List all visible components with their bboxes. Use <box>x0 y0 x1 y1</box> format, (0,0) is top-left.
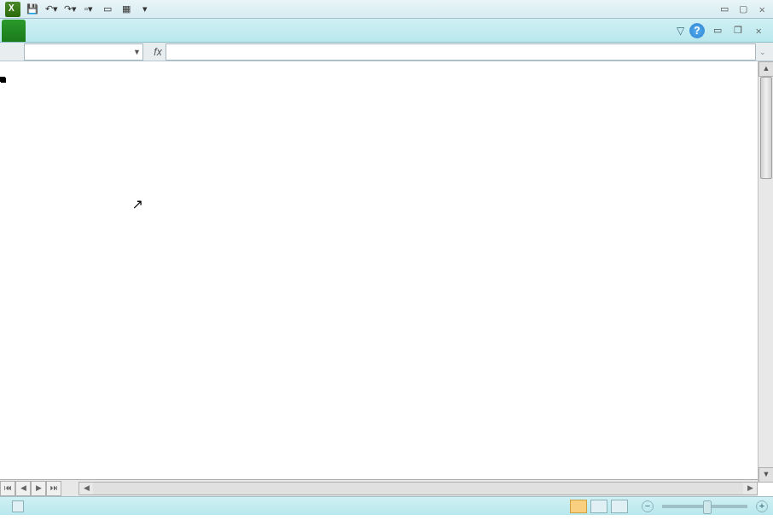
hscroll-left-icon[interactable]: ◀ <box>79 483 93 494</box>
undo-icon[interactable]: ↶▾ <box>44 3 58 16</box>
tab-page-layout[interactable] <box>80 20 108 42</box>
status-bar: − + <box>0 496 773 515</box>
formula-bar: ▼ fx ⌄ <box>0 43 773 61</box>
zoom-out-icon[interactable]: − <box>642 500 654 512</box>
horizontal-scrollbar[interactable]: ◀ ▶ <box>78 482 758 495</box>
quick-access-toolbar: 💾 ↶▾ ↷▾ ▫▾ ▭ ▦ ▾ <box>0 2 152 17</box>
namebox-dropdown-icon[interactable]: ▼ <box>133 48 141 56</box>
save-icon[interactable]: 💾 <box>26 3 39 16</box>
ribbon-tabs: ▽ ? ▭ ❐ ⨉ <box>0 19 773 43</box>
tab-addins[interactable] <box>244 20 271 42</box>
new-icon[interactable]: ▫▾ <box>82 3 96 16</box>
active-cell-outline <box>0 77 5 82</box>
fx-icon[interactable]: fx <box>143 46 166 58</box>
sheet-tab-bar: ⏮ ◀ ▶ ⏭ ◀ ▶ <box>0 479 758 496</box>
zoom-slider[interactable] <box>662 505 747 508</box>
file-tab[interactable] <box>2 20 26 42</box>
vertical-scrollbar[interactable]: ▲ ▼ <box>758 61 773 483</box>
formula-input[interactable] <box>166 43 756 61</box>
window-controls: ▭ ▢ ⨉ <box>717 3 773 15</box>
open-icon[interactable]: ▭ <box>101 3 114 16</box>
cursor-icon: ↖ <box>132 196 143 212</box>
zoom-in-icon[interactable]: + <box>756 500 768 512</box>
workbook-close-icon[interactable]: ⨉ <box>751 25 766 37</box>
spreadsheet-grid: ↖ ▲ ▼ ⏮ ◀ ▶ ⏭ ◀ ▶ − + <box>0 61 773 515</box>
workbook-min-icon[interactable]: ▭ <box>710 25 725 37</box>
help-icon[interactable]: ? <box>689 23 705 38</box>
ribbon-min-icon[interactable]: ▽ <box>677 25 684 37</box>
tab-developer[interactable] <box>217 20 244 42</box>
hscroll-right-icon[interactable]: ▶ <box>743 483 757 494</box>
scroll-thumb[interactable] <box>760 77 772 179</box>
quickprint-icon[interactable]: ▦ <box>119 3 133 16</box>
tab-view[interactable] <box>189 20 217 42</box>
tab-insert[interactable] <box>53 20 80 42</box>
redo-icon[interactable]: ↷▾ <box>63 3 77 16</box>
view-page-layout-icon[interactable] <box>590 500 607 513</box>
tab-data[interactable] <box>135 20 162 42</box>
scroll-up-icon[interactable]: ▲ <box>758 61 773 77</box>
view-page-break-icon[interactable] <box>611 500 628 513</box>
workbook-restore-icon[interactable]: ❐ <box>730 25 746 37</box>
tab-formulas[interactable] <box>108 20 135 42</box>
close-icon[interactable]: ⨉ <box>754 3 770 15</box>
tab-review[interactable] <box>162 20 189 42</box>
minimize-icon[interactable]: ▭ <box>717 3 732 15</box>
name-box[interactable]: ▼ <box>24 43 143 61</box>
sheet-nav-next-icon[interactable]: ▶ <box>31 481 46 496</box>
qat-more-icon[interactable]: ▾ <box>138 3 152 16</box>
view-normal-icon[interactable] <box>570 500 587 513</box>
title-bar: 💾 ↶▾ ↷▾ ▫▾ ▭ ▦ ▾ ▭ ▢ ⨉ <box>0 0 773 19</box>
macro-record-icon[interactable] <box>12 500 24 512</box>
tab-home[interactable] <box>26 20 53 42</box>
expand-formula-icon[interactable]: ⌄ <box>759 48 773 56</box>
sheet-nav-prev-icon[interactable]: ◀ <box>15 481 31 496</box>
scroll-down-icon[interactable]: ▼ <box>758 467 773 483</box>
excel-icon <box>5 2 20 17</box>
sheet-nav-first-icon[interactable]: ⏮ <box>0 481 15 496</box>
maximize-icon[interactable]: ▢ <box>735 3 751 15</box>
sheet-nav-last-icon[interactable]: ⏭ <box>46 481 61 496</box>
